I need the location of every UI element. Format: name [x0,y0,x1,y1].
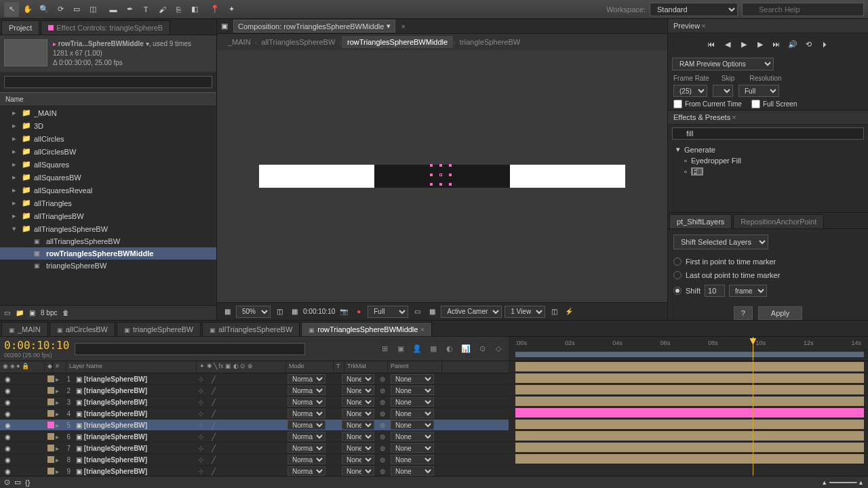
zoom-tool[interactable]: 🔍 [37,2,52,17]
new-folder-icon[interactable]: 📁 [16,309,24,317]
toggle-switches-icon[interactable]: ⊙ [4,478,10,487]
layer-row[interactable]: ◉ ▸ 4 ▣ [triangleSphereBW] ⊹╱ Normal Non… [0,408,509,420]
shy-icon[interactable]: 👤 [411,343,423,355]
effect-item[interactable]: ▫ Fill [668,166,868,177]
layer-row[interactable]: ◉ ▸ 1 ▣ [triangleSphereBW] ⊹╱ Normal Non… [0,373,509,385]
preview-tab[interactable]: Preview [673,22,700,30]
view-select[interactable]: 1 View [505,306,545,318]
effect-controls-tab[interactable]: Effect Controls: triangleSphereB [41,20,170,35]
effects-presets-tab[interactable]: Effects & Presets [673,113,730,121]
comp-dropdown[interactable]: Composition: rowTrianglesSphereBWMiddle … [233,20,395,33]
shift-option-first[interactable]: First in point to time marker [673,255,863,268]
interpret-icon[interactable]: ▭ [4,309,10,317]
folder-item[interactable]: ▸📁3D [0,119,216,132]
folder-item[interactable]: ▸📁allSquaresReveal [0,184,216,197]
track-row[interactable] [509,430,868,442]
loop-icon[interactable]: ⟲ [802,37,816,51]
brush-tool[interactable]: 🖌 [155,2,170,17]
channel-icon[interactable]: ● [353,306,365,318]
roi-icon[interactable]: ▭ [411,306,423,318]
pen-tool[interactable]: ✒ [122,2,137,17]
rectangle-tool[interactable]: ▬ [106,2,121,17]
track-row[interactable] [509,361,868,373]
timeline-ruler[interactable]: :00s02s04s06s08s10s12s14s [509,337,868,361]
shift-value-input[interactable] [705,285,725,297]
folder-item[interactable]: ▸📁allCirclesBW [0,145,216,158]
track-playhead[interactable] [753,361,753,476]
current-time[interactable]: 0:00:10:10 [303,308,335,315]
always-preview-icon[interactable]: ▦ [221,306,233,318]
layer-row[interactable]: ◉ ▸ 6 ▣ [triangleSphereBW] ⊹╱ Normal Non… [0,431,509,443]
from-current-checkbox[interactable] [673,100,682,108]
timeline-tab[interactable]: ▣triangleSphereBW [117,322,201,336]
layer-row[interactable]: ◉ ▸ 7 ▣ [triangleSphereBW] ⊹╱ Normal Non… [0,443,509,454]
next-frame-icon[interactable]: ▶ [753,37,767,51]
bpc-toggle[interactable]: 8 bpc [41,309,57,317]
effects-search-input[interactable] [672,127,864,140]
eraser-tool[interactable]: ◧ [187,2,202,17]
quality-select[interactable]: Full [368,306,408,318]
rotation-tool[interactable]: ⟳ [53,2,68,17]
zoom-slider[interactable]: ▲ ━━━━━━━━ ▲ [821,479,864,486]
comp-item[interactable]: ▣triangleSphereBW [0,260,216,272]
skip-select[interactable]: 0 [713,85,733,97]
project-search-input[interactable] [4,76,212,88]
timeline-timecode[interactable]: 0:00:10:10 [4,339,69,352]
reposition-tab[interactable]: RepositionAnchorPoint [733,214,824,228]
transparency-icon[interactable]: ▦ [426,306,438,318]
folder-item[interactable]: ▸📁allSquaresBW [0,171,216,184]
comp-mini-flow-icon[interactable]: ⊞ [378,343,391,355]
layer-row[interactable]: ◉ ▸ 9 ▣ [triangleSphereBW] ⊹╱ Normal Non… [0,466,509,476]
breadcrumb-item[interactable]: triangleSphereBW [456,38,524,46]
resolution-select[interactable]: Full [738,85,779,97]
motion-blur-icon[interactable]: ◐ [443,343,456,355]
effect-item[interactable]: ▫ Eyedropper Fill [668,155,868,166]
graph-editor-icon[interactable]: 📊 [460,343,472,355]
track-row[interactable] [509,442,868,453]
name-column-header[interactable]: Name [0,92,216,106]
workspace-select[interactable]: Standard [650,3,738,16]
work-area[interactable] [515,352,864,357]
shift-unit-select[interactable]: frames [729,285,767,297]
framerate-select[interactable]: (25) [673,85,707,97]
track-row[interactable] [509,407,868,419]
track-area[interactable] [509,361,868,476]
track-row[interactable] [509,384,868,396]
first-frame-icon[interactable]: ⏮ [705,37,718,51]
close-comp-icon[interactable]: × [401,22,405,30]
ram-preview-select[interactable]: RAM Preview Options [672,58,774,70]
shiftlayers-tab[interactable]: pt_ShiftLayers [669,214,732,228]
search-help-input[interactable] [742,3,864,16]
breadcrumb-item[interactable]: _MAIN [224,38,255,46]
camera-select[interactable]: Active Camera [441,306,502,318]
folder-item[interactable]: ▸📁allTrianglesBW [0,209,216,222]
shift-option-shift[interactable]: Shift frames [673,282,863,300]
comp-item[interactable]: ▣rowTrianglesSphereBWMiddle [0,247,216,260]
ram-preview-icon[interactable]: ⏵ [818,37,832,51]
snapshot-icon[interactable]: 📷 [338,306,350,318]
shift-mode-select[interactable]: Shift Selected Layers [673,235,768,249]
timeline-tab[interactable]: ▣rowTrianglesSphereBWMiddle × [301,322,432,336]
playhead[interactable] [753,337,753,361]
help-button[interactable]: ? [734,306,753,320]
fullscreen-checkbox[interactable] [751,100,760,108]
layer-row[interactable]: ◉ ▸ 2 ▣ [triangleSphereBW] ⊹╱ Normal Non… [0,385,509,396]
selection-handles[interactable] [430,164,454,188]
new-comp-icon[interactable]: ▣ [29,309,35,317]
track-row[interactable] [509,396,868,407]
mute-icon[interactable]: 🔊 [786,37,800,51]
trash-icon[interactable]: 🗑 [62,309,69,317]
comp-item[interactable]: ▣allTrianglesSphereBW [0,235,216,247]
effects-category[interactable]: ▾ Generate [668,144,868,155]
timeline-tab[interactable]: ▣_MAIN [1,322,48,336]
roto-tool[interactable]: ✦ [224,2,239,17]
fast-preview-icon[interactable]: ⚡ [563,306,575,318]
timeline-search-input[interactable] [75,343,305,355]
pixel-aspect-icon[interactable]: ◫ [548,306,560,318]
last-frame-icon[interactable]: ⏭ [770,37,783,51]
camera-tool[interactable]: ▭ [69,2,84,17]
brainstorm-icon[interactable]: ⊙ [476,343,488,355]
selection-tool[interactable]: ↖ [4,2,19,17]
shift-option-last[interactable]: Last out point to time marker [673,268,863,282]
hand-tool[interactable]: ✋ [20,2,35,17]
